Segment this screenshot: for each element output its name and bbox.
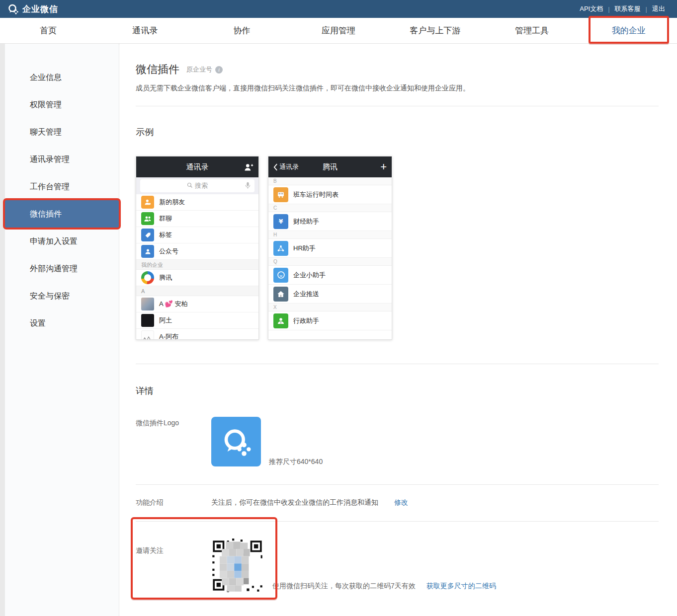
nav-item-my-company[interactable]: 我的企业 [580, 18, 677, 43]
topbar-links: API文档 | 联系客服 | 退出 [575, 4, 670, 13]
nav-item-home[interactable]: 首页 [0, 18, 97, 43]
logo-size-hint: 推荐尺寸640*640 [269, 458, 323, 466]
modify-link[interactable]: 修改 [394, 498, 408, 507]
sidebar-item-security[interactable]: 安全与保密 [5, 282, 119, 309]
network-icon [273, 241, 288, 256]
list-item: 群聊 [136, 211, 258, 227]
list-item: HR助手 [268, 239, 392, 258]
wechat-plugin-logo-image [211, 417, 261, 466]
logo-row: 微信插件Logo 推荐尺寸640*640 [136, 417, 659, 485]
phone1-title: 通讯录 [136, 162, 258, 172]
page-description: 成员无需下载企业微信客户端，直接用微信扫码关注微信插件，即可在微信中接收企业通知… [136, 84, 659, 106]
legacy-badge: 原企业号 [186, 65, 212, 74]
section-label: 我的企业 [136, 260, 258, 270]
list-item: 新的朋友 [136, 194, 258, 211]
sidebar-item-settings[interactable]: 设置 [5, 309, 119, 337]
sidebar-item-join-settings[interactable]: 申请加入设置 [5, 228, 119, 255]
example-heading: 示例 [136, 126, 659, 138]
search-input: 搜索 [140, 179, 254, 192]
nav-item-customers[interactable]: 客户与上下游 [387, 18, 484, 43]
phone-mockup-contacts: 通讯录 搜索 [136, 156, 259, 340]
tencent-logo-icon [141, 271, 154, 284]
sidebar-item-permissions[interactable]: 权限管理 [5, 91, 119, 118]
details-heading: 详情 [136, 385, 659, 397]
intro-row: 功能介绍 关注后，你可在微信中收发企业微信的工作消息和通知 修改 [136, 485, 659, 522]
qr-caption: 使用微信扫码关注，每次获取的二维码7天有效 [272, 582, 416, 591]
sidebar: 企业信息 权限管理 聊天管理 通讯录管理 工作台管理 微信插件 申请加入设置 外… [5, 44, 119, 616]
avatar [141, 330, 154, 340]
sidebar-item-chat-management[interactable]: 聊天管理 [5, 118, 119, 146]
phone-mockup-apps: 通讯录 腾讯 + B 班车运行时间表 C ¥ 财经助手 H [268, 156, 392, 340]
list-item: 班车运行时间表 [268, 185, 392, 204]
list-item: 标签 [136, 227, 258, 243]
more-sizes-link[interactable]: 获取更多尺寸的二维码 [426, 582, 496, 591]
qr-label: 邀请关注 [136, 538, 211, 555]
list-item: 腾讯 [136, 270, 258, 286]
list-item: 阿土 [136, 312, 258, 329]
example-screenshots: 通讯录 搜索 [136, 156, 659, 340]
divider [136, 364, 659, 364]
smiley-icon [273, 268, 288, 283]
mic-icon [245, 182, 251, 191]
intro-value: 关注后，你可在微信中收发企业微信的工作消息和通知 [211, 498, 378, 507]
sidebar-item-external-comms[interactable]: 外部沟通管理 [5, 255, 119, 282]
main-content: 微信插件 原企业号 i 成员无需下载企业微信客户端，直接用微信扫码关注微信插件，… [119, 62, 677, 594]
primary-nav: 首页 通讯录 协作 应用管理 客户与上下游 管理工具 我的企业 [0, 18, 677, 44]
nav-item-admin-tools[interactable]: 管理工具 [484, 18, 581, 43]
annotation-box-sidebar [5, 200, 119, 228]
group-icon [141, 212, 154, 225]
wechat-work-logo-icon [7, 3, 19, 15]
bus-icon [273, 187, 288, 202]
nav-item-collaboration[interactable]: 协作 [193, 18, 290, 43]
section-letter: Q [268, 258, 392, 266]
svg-text:¥: ¥ [279, 218, 283, 225]
left-gutter [0, 44, 5, 616]
qr-code-image [211, 538, 263, 594]
avatar [141, 314, 154, 327]
qr-row: 邀请关注 [136, 522, 659, 594]
list-item: A-阿布 [136, 329, 258, 340]
tag-icon [141, 229, 154, 241]
brand-name: 企业微信 [22, 3, 58, 15]
section-letter: C [268, 204, 392, 212]
add-contact-icon [244, 162, 254, 171]
person-add-icon [141, 196, 154, 209]
section-letter: B [268, 177, 392, 185]
sidebar-item-contacts-management[interactable]: 通讯录管理 [5, 146, 119, 173]
list-item: A 💕 安柏 [136, 296, 258, 312]
contact-support-link[interactable]: 联系客服 [610, 4, 646, 13]
list-item: 企业小助手 [268, 266, 392, 285]
page-title: 微信插件 [136, 62, 179, 77]
section-label: A [136, 286, 258, 296]
section-letter: X [268, 304, 392, 311]
api-docs-link[interactable]: API文档 [575, 4, 608, 13]
logout-link[interactable]: 退出 [647, 4, 670, 13]
page-header: 微信插件 原企业号 i [136, 62, 659, 77]
nav-item-contacts[interactable]: 通讯录 [97, 18, 194, 43]
list-item: 行政助手 [268, 311, 392, 330]
list-item: ¥ 财经助手 [268, 212, 392, 231]
brand: 企业微信 [7, 3, 58, 15]
avatar [141, 298, 154, 310]
search-icon [187, 182, 193, 190]
topbar: 企业微信 API文档 | 联系客服 | 退出 [0, 0, 677, 18]
info-icon[interactable]: i [215, 66, 223, 74]
sidebar-item-company-info[interactable]: 企业信息 [5, 64, 119, 91]
intro-label: 功能介绍 [136, 498, 211, 507]
list-item: 企业推送 [268, 285, 392, 304]
back-chevron-icon: 通讯录 [273, 162, 299, 171]
nav-item-apps[interactable]: 应用管理 [290, 18, 387, 43]
official-account-icon [141, 245, 154, 258]
logo-label: 微信插件Logo [136, 417, 211, 428]
sidebar-item-wechat-plugin[interactable]: 微信插件 [5, 200, 119, 228]
yen-icon: ¥ [273, 214, 288, 229]
sidebar-item-workbench[interactable]: 工作台管理 [5, 173, 119, 200]
section-letter: H [268, 231, 392, 239]
plus-icon: + [380, 161, 387, 172]
home-icon [273, 287, 288, 302]
admin-person-icon [273, 313, 288, 328]
list-item: 公众号 [136, 243, 258, 260]
